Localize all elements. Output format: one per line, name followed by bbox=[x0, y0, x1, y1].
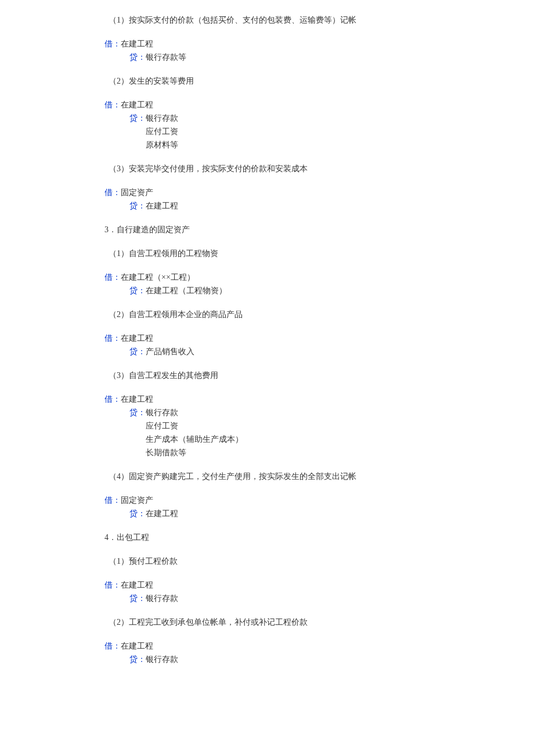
debit-label: 借： bbox=[104, 100, 121, 109]
step-3-3-title: （3）自营工程发生的其他费用 bbox=[104, 369, 430, 381]
entry-debit: 借：在建工程 bbox=[104, 99, 430, 111]
entry-debit: 借：在建工程 bbox=[104, 640, 430, 652]
entry-debit: 借：在建工程（××工程） bbox=[104, 271, 430, 283]
debit-label: 借： bbox=[104, 581, 121, 589]
entry-credit: 贷：在建工程 bbox=[104, 200, 430, 212]
step-3-1-title: （1）自营工程领用的工程物资 bbox=[104, 247, 430, 260]
entry-debit: 借：在建工程 bbox=[104, 332, 430, 344]
credit-label: 贷： bbox=[129, 594, 146, 603]
debit-account: 固定资产 bbox=[121, 188, 153, 197]
entry-credit: 贷：银行存款 bbox=[104, 592, 430, 604]
credit-account: 银行存款等 bbox=[146, 53, 186, 62]
entry-debit: 借：在建工程 bbox=[104, 393, 430, 405]
section-4-title: 4．出包工程 bbox=[104, 531, 430, 543]
debit-account: 固定资产 bbox=[121, 496, 153, 505]
credit-sub-account: 长期借款等 bbox=[104, 447, 430, 459]
credit-account: 在建工程 bbox=[146, 201, 178, 210]
debit-account: 在建工程 bbox=[121, 39, 153, 48]
debit-label: 借： bbox=[104, 39, 121, 48]
step-3-4-title: （4）固定资产购建完工，交付生产使用，按实际发生的全部支出记帐 bbox=[104, 470, 430, 483]
debit-account: 在建工程（××工程） bbox=[121, 273, 195, 282]
credit-label: 贷： bbox=[129, 53, 146, 62]
credit-label: 贷： bbox=[129, 347, 146, 356]
credit-label: 贷： bbox=[129, 114, 146, 123]
credit-account: 银行存款 bbox=[146, 114, 178, 123]
debit-label: 借： bbox=[104, 188, 121, 197]
entry-credit: 贷：产品销售收入 bbox=[104, 345, 430, 358]
credit-label: 贷： bbox=[129, 655, 146, 664]
debit-account: 在建工程 bbox=[121, 334, 153, 343]
credit-account: 银行存款 bbox=[146, 655, 178, 664]
entry-debit: 借：固定资产 bbox=[104, 186, 430, 199]
debit-account: 在建工程 bbox=[121, 395, 153, 404]
credit-account: 在建工程（工程物资） bbox=[146, 286, 227, 295]
credit-account: 银行存款 bbox=[146, 594, 178, 603]
section-3-title: 3．自行建造的固定资产 bbox=[104, 224, 430, 236]
entry-credit: 贷：银行存款 bbox=[104, 112, 430, 124]
credit-sub-account: 生产成本（辅助生产成本） bbox=[104, 433, 430, 445]
entry-debit: 借：在建工程 bbox=[104, 38, 430, 50]
debit-account: 在建工程 bbox=[121, 100, 153, 109]
debit-label: 借： bbox=[104, 334, 121, 343]
debit-label: 借： bbox=[104, 642, 121, 650]
step-4-1-title: （1）预付工程价款 bbox=[104, 555, 430, 567]
step-4-2-title: （2）工程完工收到承包单位帐单，补付或补记工程价款 bbox=[104, 616, 430, 628]
debit-label: 借： bbox=[104, 496, 121, 505]
credit-label: 贷： bbox=[129, 509, 146, 518]
entry-debit: 借：在建工程 bbox=[104, 579, 430, 591]
step-3-2-title: （2）自营工程领用本企业的商品产品 bbox=[104, 308, 430, 321]
credit-label: 贷： bbox=[129, 408, 146, 417]
entry-credit: 贷：银行存款 bbox=[104, 653, 430, 665]
entry-credit: 贷：在建工程 bbox=[104, 507, 430, 520]
credit-account: 产品销售收入 bbox=[146, 347, 194, 356]
entry-credit: 贷：银行存款 bbox=[104, 406, 430, 419]
credit-sub-account: 应付工资 bbox=[104, 125, 430, 138]
debit-account: 在建工程 bbox=[121, 581, 153, 589]
credit-sub-account: 原材料等 bbox=[104, 139, 430, 151]
entry-credit: 贷：在建工程（工程物资） bbox=[104, 285, 430, 297]
step-1-1-title: （1）按实际支付的价款（包括买价、支付的包装费、运输费等）记帐 bbox=[104, 14, 430, 26]
step-1-3-title: （3）安装完毕交付使用，按实际支付的价款和安装成本 bbox=[104, 163, 430, 175]
credit-label: 贷： bbox=[129, 286, 146, 295]
entry-credit: 贷：银行存款等 bbox=[104, 51, 430, 63]
debit-label: 借： bbox=[104, 395, 121, 404]
entry-debit: 借：固定资产 bbox=[104, 494, 430, 506]
credit-label: 贷： bbox=[129, 201, 146, 210]
step-1-2-title: （2）发生的安装等费用 bbox=[104, 75, 430, 87]
credit-sub-account: 应付工资 bbox=[104, 420, 430, 432]
debit-label: 借： bbox=[104, 273, 121, 282]
credit-account: 在建工程 bbox=[146, 509, 178, 518]
debit-account: 在建工程 bbox=[121, 642, 153, 650]
credit-account: 银行存款 bbox=[146, 408, 178, 417]
